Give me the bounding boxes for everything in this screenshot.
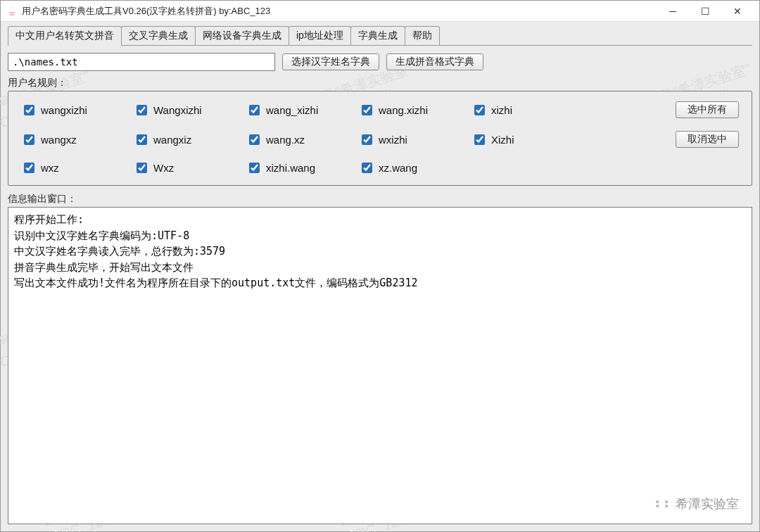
rule-check[interactable]: wang.xizhi — [359, 103, 464, 118]
rule-check[interactable]: wangxz — [21, 132, 127, 147]
app-window: 用户名密码字典生成工具V0.26(汉字姓名转拼音) by:ABC_123 ─ ☐… — [0, 0, 760, 532]
wechat-icon: ● ●● ● — [655, 500, 670, 508]
rule-checkbox[interactable] — [362, 134, 372, 145]
rule-checkbox[interactable] — [137, 105, 147, 115]
rule-checkbox[interactable] — [474, 105, 485, 115]
rule-check[interactable]: xizhi — [471, 103, 577, 118]
rule-check[interactable]: xz.wang — [359, 160, 464, 175]
choose-dict-button[interactable]: 选择汉字姓名字典 — [282, 53, 379, 70]
rule-check[interactable]: Wxz — [134, 160, 239, 175]
rule-check[interactable]: wxz — [21, 160, 127, 175]
branding-text: 希潭实验室 — [676, 495, 739, 512]
output-label: 信息输出窗口： — [8, 193, 752, 205]
deselect-button[interactable]: 取消选中 — [676, 131, 739, 148]
rule-checkbox[interactable] — [249, 134, 260, 145]
rule-checkbox[interactable] — [24, 163, 34, 173]
rule-checkbox[interactable] — [249, 105, 260, 115]
rule-checkbox[interactable] — [362, 105, 372, 115]
tab-help[interactable]: 帮助 — [405, 26, 440, 45]
rule-checkbox[interactable] — [137, 163, 147, 173]
rules-label: 用户名规则： — [8, 77, 752, 89]
output-textarea[interactable]: 程序开始工作: 识别中文汉字姓名字典编码为:UTF-8 中文汉字姓名字典读入完毕… — [8, 207, 752, 524]
rule-checkbox[interactable] — [137, 134, 147, 145]
tab-network-dict[interactable]: 网络设备字典生成 — [195, 26, 289, 45]
rule-checkbox[interactable] — [474, 134, 485, 145]
rule-checkbox[interactable] — [24, 105, 34, 115]
select-all-button[interactable]: 选中所有 — [676, 101, 739, 118]
rule-checkbox[interactable] — [24, 134, 34, 145]
rule-check[interactable]: wangxizhi — [21, 103, 127, 118]
titlebar: 用户名密码字典生成工具V0.26(汉字姓名转拼音) by:ABC_123 ─ ☐… — [1, 1, 759, 22]
java-icon — [6, 6, 18, 17]
rule-check[interactable]: xizhi.wang — [246, 160, 352, 175]
minimize-button[interactable]: ─ — [657, 1, 689, 22]
close-button[interactable]: ✕ — [721, 1, 754, 22]
dict-path-input[interactable] — [8, 53, 275, 71]
toolbar-row: 选择汉字姓名字典 生成拼音格式字典 — [8, 53, 752, 71]
window-controls: ─ ☐ ✕ — [657, 1, 754, 22]
rules-box: wangxizhi Wangxizhi wang_xizhi wang.xizh… — [8, 91, 752, 186]
window-title: 用户名密码字典生成工具V0.26(汉字姓名转拼音) by:ABC_123 — [22, 5, 657, 18]
branding-footer: ● ●● ● 希潭实验室 — [655, 495, 739, 512]
tab-bar: 中文用户名转英文拼音 交叉字典生成 网络设备字典生成 ip地址处理 字典生成 帮… — [8, 26, 752, 46]
rules-grid: wangxizhi Wangxizhi wang_xizhi wang.xizh… — [21, 101, 739, 175]
generate-dict-button[interactable]: 生成拼音格式字典 — [386, 53, 483, 70]
rule-check[interactable]: wxizhi — [359, 132, 464, 147]
rule-check[interactable]: Wangxizhi — [134, 103, 239, 118]
maximize-button[interactable]: ☐ — [689, 1, 721, 22]
rule-check[interactable]: wang.xz — [246, 132, 352, 147]
rule-checkbox[interactable] — [249, 163, 260, 173]
rule-check[interactable]: wangxiz — [134, 132, 239, 147]
rule-checkbox[interactable] — [362, 163, 372, 173]
content-area: 中文用户名转英文拼音 交叉字典生成 网络设备字典生成 ip地址处理 字典生成 帮… — [1, 22, 759, 531]
tab-cross-dict[interactable]: 交叉字典生成 — [121, 26, 196, 45]
tab-pinyin[interactable]: 中文用户名转英文拼音 — [8, 26, 122, 45]
tab-dict-gen[interactable]: 字典生成 — [350, 26, 405, 45]
rule-check[interactable]: wang_xizhi — [246, 103, 352, 118]
rule-check[interactable]: Xizhi — [471, 132, 577, 147]
tab-ip[interactable]: ip地址处理 — [289, 26, 351, 45]
